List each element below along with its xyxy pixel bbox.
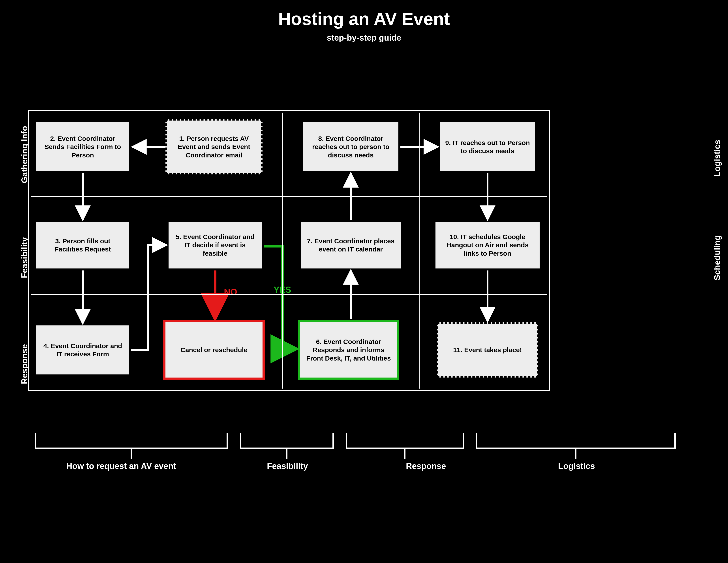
node-2: 2. Event Coordinator Sends Facilities Fo… xyxy=(35,121,130,172)
footer-3: Response xyxy=(406,461,446,471)
side-label-a: Gathering Info xyxy=(20,126,29,183)
footer-4: Logistics xyxy=(558,461,595,471)
side-label-c: Response xyxy=(20,344,29,384)
flowchart-stage: Hosting an AV Event step-by-step guide G… xyxy=(0,0,728,563)
label-yes: YES xyxy=(274,285,291,295)
node-7: 7. Event Coordinator places event on IT … xyxy=(300,221,402,269)
node-5: 5. Event Coordinator and IT decide if ev… xyxy=(168,221,263,269)
footer-2: Feasibility xyxy=(267,461,308,471)
node-1: 1. Person requests AV Event and sends Ev… xyxy=(165,119,263,174)
node-cancel: Cancel or reschedule xyxy=(163,320,265,380)
page-subtitle: step-by-step guide xyxy=(327,33,401,43)
side-label-b: Feasibility xyxy=(20,237,29,278)
connectors-layer xyxy=(0,0,728,563)
node-10: 10. IT schedules Google Hangout on Air a… xyxy=(435,221,540,269)
node-6: 6. Event Coordinator Responds and inform… xyxy=(298,320,399,380)
label-no: NO xyxy=(224,287,237,297)
side-label-d: Logistics xyxy=(713,140,722,177)
node-8: 8. Event Coordinator reaches out to pers… xyxy=(302,121,399,172)
side-label-e: Scheduling xyxy=(713,235,722,280)
footer-1: How to request an AV event xyxy=(66,461,176,471)
node-9: 9. IT reaches out to Person to discuss n… xyxy=(439,121,536,172)
node-4: 4. Event Coordinator and IT receives For… xyxy=(35,325,130,375)
node-3: 3. Person fills out Facilities Request xyxy=(35,221,130,269)
node-11: 11. Event takes place! xyxy=(437,322,538,378)
page-title: Hosting an AV Event xyxy=(278,9,450,29)
